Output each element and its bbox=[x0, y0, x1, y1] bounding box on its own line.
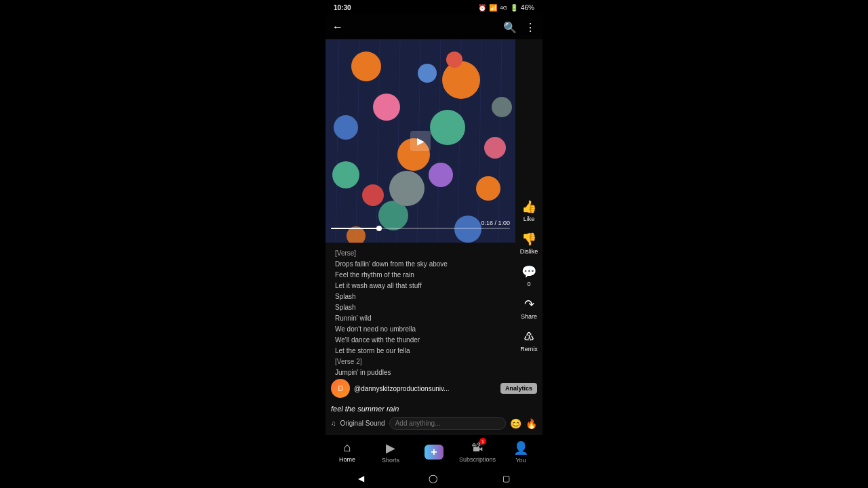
subscriptions-icon-container: 📽 1 bbox=[471, 441, 484, 455]
svg-point-25 bbox=[492, 97, 512, 117]
comment-row: ♫ Original Sound 😊 🔥 bbox=[326, 415, 542, 432]
svg-point-17 bbox=[373, 94, 400, 121]
lyrics-line-9: Let the storm be our fella bbox=[335, 346, 506, 357]
lyrics-line-8: We'll dance with the thunder bbox=[335, 335, 506, 346]
time-display: 0:16 / 1:00 bbox=[481, 220, 510, 226]
lyrics-line-6: Runnin' wild bbox=[335, 313, 506, 324]
nav-create[interactable]: + bbox=[412, 445, 456, 460]
you-icon: 👤 bbox=[513, 441, 528, 455]
emoji-icon[interactable]: 😊 bbox=[510, 418, 521, 429]
dislike-button[interactable]: 👎 Dislike bbox=[520, 228, 538, 259]
home-label: Home bbox=[339, 456, 355, 463]
status-right: ⏰ 📶 4G 🔋 46% bbox=[478, 4, 534, 12]
remix-button[interactable]: ♳ Remix bbox=[520, 325, 538, 357]
lyrics-line-2: Feel the rhythm of the rain bbox=[335, 270, 506, 281]
nav-right: 🔍 ⋮ bbox=[503, 21, 536, 34]
system-nav: ◀ ◯ ▢ bbox=[326, 469, 542, 488]
dislike-label: Dislike bbox=[520, 248, 538, 255]
home-icon: ⌂ bbox=[344, 441, 351, 455]
progress-dot bbox=[376, 226, 382, 231]
lyrics-line-4: Splash bbox=[335, 291, 506, 302]
signal-icon: 📶 bbox=[489, 4, 497, 12]
nav-you[interactable]: 👤 You bbox=[499, 441, 542, 464]
home-system-icon[interactable]: ◯ bbox=[429, 474, 437, 483]
like-label: Like bbox=[524, 216, 535, 222]
svg-point-19 bbox=[418, 64, 437, 83]
like-icon: 👍 bbox=[521, 199, 536, 214]
shorts-icon: ▶ bbox=[386, 441, 395, 455]
search-icon[interactable]: 🔍 bbox=[503, 21, 517, 34]
create-button[interactable]: + bbox=[425, 445, 443, 460]
lyrics-section: [Verse] Drops fallin' down from the sky … bbox=[326, 243, 515, 394]
channel-row: D @dannyskitzoproductionsuniv... Analyti… bbox=[326, 376, 542, 401]
channel-avatar[interactable]: D bbox=[331, 379, 350, 398]
progress-bar-container[interactable]: 0:16 / 1:00 bbox=[326, 228, 515, 229]
comment-count: 0 bbox=[527, 281, 530, 287]
share-icon: ↷ bbox=[524, 297, 534, 312]
top-nav: ← 🔍 ⋮ bbox=[326, 15, 542, 39]
subscriptions-label: Subscriptions bbox=[459, 456, 496, 463]
battery-percent: 46% bbox=[521, 4, 534, 12]
lyrics-section-tag-2: [Verse 2] bbox=[335, 357, 506, 367]
shorts-label: Shorts bbox=[382, 457, 399, 464]
bottom-nav: ⌂ Home ▶ Shorts + 📽 1 Subscriptions 👤 Yo… bbox=[326, 434, 542, 469]
share-label: Share bbox=[521, 313, 537, 320]
nav-shorts[interactable]: ▶ Shorts bbox=[369, 441, 412, 464]
svg-point-24 bbox=[389, 171, 425, 206]
svg-point-11 bbox=[442, 61, 480, 99]
svg-point-10 bbox=[351, 52, 381, 81]
svg-point-23 bbox=[446, 52, 462, 68]
phone-screen: 10:30 ⏰ 📶 4G 🔋 46% ← 🔍 ⋮ bbox=[326, 0, 542, 488]
caption-text: feel the summer rain bbox=[331, 405, 399, 413]
lyrics-line-3: Let it wash away all that stuff bbox=[335, 281, 506, 291]
network-icon: 4G bbox=[500, 5, 507, 11]
back-system-icon[interactable]: ◀ bbox=[358, 474, 364, 483]
svg-point-20 bbox=[334, 115, 358, 140]
share-button[interactable]: ↷ Share bbox=[521, 293, 537, 324]
analytics-button[interactable]: Analytics bbox=[500, 383, 537, 394]
dislike-icon: 👎 bbox=[521, 232, 536, 247]
side-actions: 👍 Like 👎 Dislike 💬 0 ↷ Share ♳ Remix bbox=[515, 190, 542, 357]
caption-row: feel the summer rain bbox=[326, 400, 542, 416]
you-label: You bbox=[515, 457, 526, 464]
comment-input[interactable] bbox=[389, 417, 506, 430]
nav-left: ← bbox=[332, 21, 343, 33]
more-options-icon[interactable]: ⋮ bbox=[525, 21, 536, 34]
svg-point-27 bbox=[429, 163, 453, 187]
music-note-icon: ♫ bbox=[331, 420, 336, 427]
lyrics-line-1: Drops fallin' down from the sky above bbox=[335, 259, 506, 270]
comment-icon: 💬 bbox=[521, 264, 536, 279]
svg-point-18 bbox=[484, 137, 506, 159]
alarm-icon: ⏰ bbox=[478, 4, 486, 12]
subscriptions-badge: 1 bbox=[479, 438, 486, 445]
svg-point-13 bbox=[476, 176, 500, 201]
send-icon[interactable]: 🔥 bbox=[526, 418, 537, 429]
back-icon[interactable]: ← bbox=[332, 21, 343, 33]
channel-name[interactable]: @dannyskitzoproductionsuniv... bbox=[354, 385, 496, 392]
plus-icon: + bbox=[431, 446, 437, 458]
lyrics-line-5: Splash bbox=[335, 302, 506, 313]
sound-label: Original Sound bbox=[340, 420, 385, 427]
recents-system-icon[interactable]: ▢ bbox=[502, 474, 510, 483]
battery-icon: 🔋 bbox=[510, 4, 518, 12]
remix-icon: ♳ bbox=[524, 329, 534, 344]
svg-point-22 bbox=[362, 184, 384, 206]
nav-home[interactable]: ⌂ Home bbox=[326, 441, 369, 463]
lyrics-line-7: We don't need no umbrella bbox=[335, 324, 506, 335]
remix-label: Remix bbox=[520, 346, 538, 352]
progress-bar[interactable] bbox=[331, 228, 510, 229]
like-button[interactable]: 👍 Like bbox=[521, 195, 536, 226]
video-play-indicator: ▶ bbox=[410, 131, 431, 151]
comment-button[interactable]: 💬 0 bbox=[521, 260, 536, 291]
progress-fill bbox=[331, 228, 379, 229]
status-bar: 10:30 ⏰ 📶 4G 🔋 46% bbox=[326, 0, 542, 15]
status-time: 10:30 bbox=[334, 4, 351, 12]
nav-subscriptions[interactable]: 📽 1 Subscriptions bbox=[456, 441, 499, 463]
svg-point-15 bbox=[332, 161, 359, 188]
video-player[interactable]: ▶ 0:16 / 1:00 bbox=[326, 39, 515, 243]
svg-point-21 bbox=[454, 216, 481, 243]
lyrics-section-tag-1: [Verse] bbox=[335, 248, 506, 259]
svg-point-14 bbox=[430, 110, 465, 145]
